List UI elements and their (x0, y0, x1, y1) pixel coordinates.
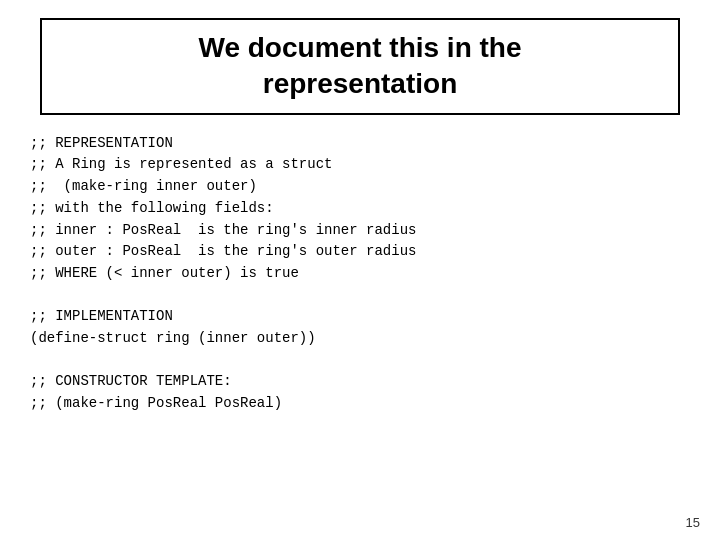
title-line1: We document this in the (198, 32, 521, 63)
code-block: ;; REPRESENTATION ;; A Ring is represent… (30, 133, 690, 415)
title-box: We document this in the representation (40, 18, 680, 115)
title-text: We document this in the representation (62, 30, 658, 103)
title-line2: representation (263, 68, 458, 99)
page-number: 15 (686, 515, 700, 530)
slide-container: We document this in the representation ;… (0, 0, 720, 540)
content-area: ;; REPRESENTATION ;; A Ring is represent… (0, 133, 720, 540)
